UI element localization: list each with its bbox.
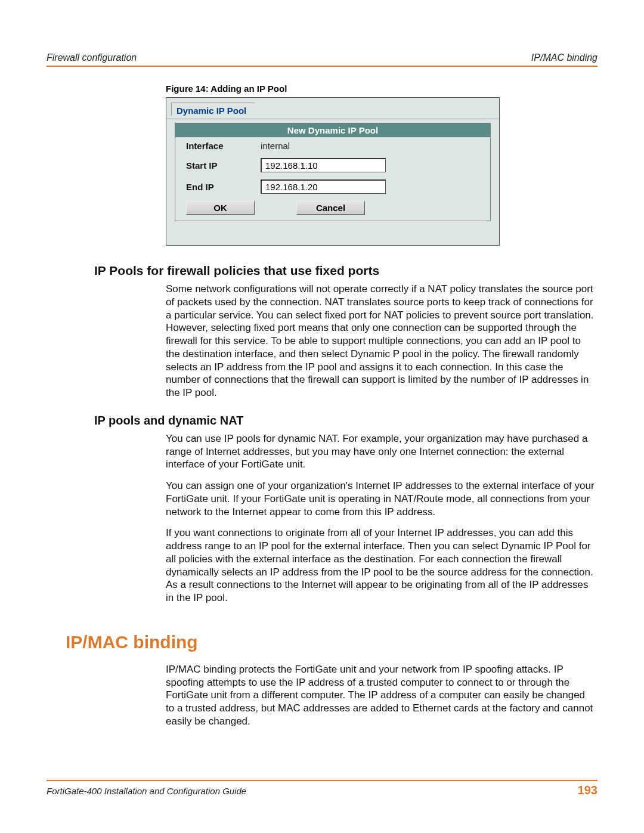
para-ip-mac-binding: IP/MAC binding protects the FortiGate un… [166,663,595,728]
footer-rule [47,780,597,781]
dialog-dynamic-ip-pool: Dynamic IP Pool New Dynamic IP Pool Inte… [166,97,500,246]
para-dynamic-nat-1: You can use IP pools for dynamic NAT. Fo… [166,432,595,471]
input-end-ip[interactable] [261,179,386,194]
para-dynamic-nat-3: If you want connections to originate fro… [166,527,595,605]
label-start-ip: Start IP [186,160,261,171]
para-dynamic-nat-2: You can assign one of your organization'… [166,479,595,518]
header-right: IP/MAC binding [531,52,597,63]
input-start-ip[interactable] [261,158,386,172]
value-interface: internal [261,141,290,151]
footer-doc-title: FortiGate-400 Installation and Configura… [47,786,246,796]
page-number: 193 [578,784,597,797]
panel-new-dynamic-ip-pool: New Dynamic IP Pool Interface internal S… [175,123,491,221]
figure-caption: Figure 14: Adding an IP Pool [166,83,597,94]
figure-ip-pool: Figure 14: Adding an IP Pool Dynamic IP … [166,83,597,246]
ok-button[interactable]: OK [186,201,255,215]
tab-dynamic-ip-pool[interactable]: Dynamic IP Pool [171,103,255,116]
header-left: Firewall configuration [47,52,137,63]
label-end-ip: End IP [186,182,261,192]
header-rule [47,66,597,67]
para-fixed-ports: Some network configurations will not ope… [166,283,595,400]
heading-ip-pools-dynamic-nat: IP pools and dynamic NAT [94,414,597,428]
label-interface: Interface [186,141,261,151]
heading-ip-pools-fixed-ports: IP Pools for firewall policies that use … [94,264,597,278]
heading-ip-mac-binding: IP/MAC binding [66,632,597,652]
cancel-button[interactable]: Cancel [296,201,365,215]
panel-title: New Dynamic IP Pool [175,123,490,137]
